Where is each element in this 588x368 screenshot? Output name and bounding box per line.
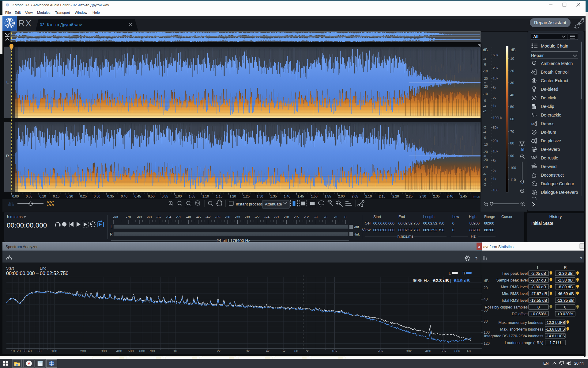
- svg-text:-6: -6: [324, 215, 327, 219]
- svg-text:-8.89 dB: -8.89 dB: [558, 285, 573, 289]
- svg-text:2:25: 2:25: [406, 194, 413, 198]
- svg-text:00:00:00.000: 00:00:00.000: [373, 228, 394, 232]
- svg-text:2:45: 2:45: [460, 194, 467, 198]
- svg-text:Spectrum Analyzer: Spectrum Analyzer: [6, 245, 38, 249]
- svg-text:+0.050%: +0.050%: [531, 312, 547, 316]
- svg-text:-20: -20: [483, 85, 488, 88]
- svg-text:0:40: 0:40: [121, 194, 127, 198]
- svg-text:De-click: De-click: [541, 95, 556, 100]
- svg-text:6k: 6k: [294, 349, 298, 353]
- svg-text:20: 20: [510, 69, 514, 73]
- svg-text:10k: 10k: [332, 349, 337, 353]
- svg-text:60k: 60k: [454, 349, 460, 353]
- svg-text:Range: Range: [484, 215, 495, 219]
- svg-text:0:10: 0:10: [40, 194, 46, 198]
- svg-text:L: L: [111, 225, 113, 229]
- svg-text:EN: EN: [543, 361, 548, 366]
- svg-text:Help: Help: [92, 11, 100, 14]
- svg-text:De-plosive: De-plosive: [541, 138, 561, 143]
- svg-text:20: 20: [484, 286, 488, 290]
- svg-text:0:25: 0:25: [80, 194, 87, 198]
- svg-text:600: 600: [139, 349, 145, 353]
- svg-text:-4: -4: [483, 57, 486, 61]
- svg-text:-6: -6: [483, 136, 486, 140]
- svg-text:Window: Window: [75, 11, 88, 14]
- svg-text:R: R: [564, 265, 567, 270]
- svg-text:2:40: 2:40: [447, 194, 453, 198]
- svg-text:True peak level: True peak level: [502, 271, 528, 276]
- svg-text:-10: -10: [483, 69, 488, 73]
- svg-text:De-rustle: De-rustle: [541, 155, 558, 160]
- svg-text:De-wind: De-wind: [541, 164, 556, 169]
- svg-text:De-crackle: De-crackle: [541, 113, 561, 117]
- svg-text:Ambience Match: Ambience Match: [541, 61, 573, 66]
- svg-text:-6: -6: [483, 63, 486, 66]
- svg-text:Attenuate: Attenuate: [265, 202, 282, 206]
- svg-text:L: L: [537, 265, 539, 270]
- svg-text:Min. RMS level: Min. RMS level: [502, 292, 528, 296]
- svg-text:2k: 2k: [493, 169, 496, 173]
- svg-text:00:02:52.750: 00:02:52.750: [398, 228, 420, 232]
- svg-text:-45: -45: [196, 215, 201, 219]
- svg-text:24-bit | 176400 Hz: 24-bit | 176400 Hz: [217, 238, 250, 243]
- svg-text:0: 0: [452, 228, 454, 232]
- svg-text:-8.80 dB: -8.80 dB: [531, 285, 546, 289]
- svg-text:-Inf.: -Inf.: [354, 225, 360, 229]
- svg-text:-9: -9: [315, 215, 318, 219]
- svg-text:50k: 50k: [493, 53, 498, 57]
- svg-text:0:15: 0:15: [53, 194, 59, 198]
- svg-text:00:00:00.000: 00:00:00.000: [373, 221, 394, 225]
- svg-text:-2.07 dB: -2.07 dB: [531, 278, 546, 282]
- svg-text:-63: -63: [137, 215, 142, 219]
- svg-text:dB: dB: [483, 48, 488, 52]
- svg-text:Possibly clipped samples: Possibly clipped samples: [485, 305, 528, 309]
- svg-text:Modules: Modules: [37, 11, 51, 14]
- svg-text:Total RMS level: Total RMS level: [501, 298, 528, 303]
- svg-text:100: 100: [510, 166, 516, 170]
- svg-text:1k: 1k: [173, 349, 177, 353]
- svg-text:1:35: 1:35: [270, 194, 277, 198]
- svg-text:0: 0: [537, 305, 540, 309]
- svg-text:1:00: 1:00: [175, 194, 182, 198]
- svg-text:h:m:s.ms: h:m:s.ms: [398, 234, 414, 239]
- svg-text:500: 500: [128, 349, 134, 353]
- svg-text:Module Chain: Module Chain: [541, 44, 568, 48]
- svg-text:Start: Start: [373, 215, 381, 219]
- svg-text:5k: 5k: [493, 159, 496, 163]
- svg-text:1:50: 1:50: [311, 194, 317, 198]
- svg-text:Hz: Hz: [471, 234, 476, 239]
- svg-text:0:55: 0:55: [162, 194, 168, 198]
- svg-text:-36: -36: [225, 215, 230, 219]
- svg-text:200: 200: [80, 349, 86, 353]
- svg-text:End: End: [40, 266, 46, 270]
- svg-text:60: 60: [38, 349, 42, 353]
- svg-text:-27: -27: [254, 215, 260, 219]
- svg-text:1.7 LU: 1.7 LU: [550, 341, 561, 345]
- svg-text:2:20: 2:20: [392, 194, 399, 198]
- svg-text:0:35: 0:35: [107, 194, 114, 198]
- svg-text:10: 10: [510, 57, 514, 60]
- svg-text:10k: 10k: [493, 149, 498, 153]
- svg-text:–: –: [36, 271, 39, 276]
- svg-text:-60: -60: [147, 215, 152, 219]
- svg-text:Center Extract: Center Extract: [541, 78, 568, 83]
- svg-text:x: x: [478, 245, 480, 248]
- svg-text:-24: -24: [264, 215, 270, 219]
- svg-text:Ss: Ss: [531, 122, 535, 125]
- svg-text:-33: -33: [235, 215, 240, 219]
- svg-text:Breath Control: Breath Control: [541, 70, 568, 75]
- svg-text:50k: 50k: [493, 126, 498, 129]
- svg-text:88200: 88200: [484, 228, 494, 232]
- svg-text:-39: -39: [215, 215, 221, 219]
- svg-text:1k: 1k: [493, 177, 496, 181]
- svg-text:90: 90: [510, 154, 514, 158]
- svg-text:2:35: 2:35: [433, 194, 439, 198]
- svg-text:-57: -57: [156, 215, 162, 219]
- svg-text:h:m:s: h:m:s: [472, 194, 480, 198]
- svg-text:100: 100: [51, 349, 57, 353]
- svg-text:400: 400: [116, 349, 122, 353]
- svg-text:30k: 30k: [406, 349, 412, 353]
- svg-text:De-hum: De-hum: [541, 130, 556, 135]
- svg-text:00:02:52.750: 00:02:52.750: [40, 271, 69, 276]
- svg-text:1:15: 1:15: [216, 194, 222, 198]
